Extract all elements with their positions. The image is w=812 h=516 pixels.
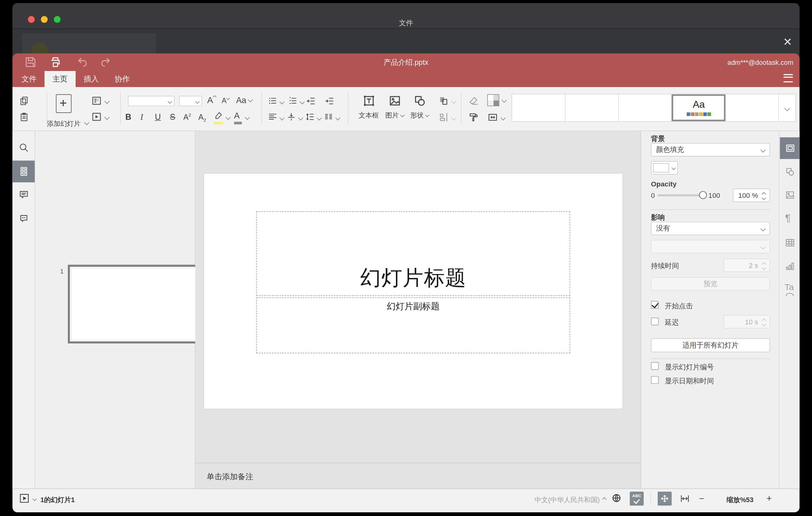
opacity-spinner[interactable]: 100 % — [733, 189, 770, 202]
copy-style-button[interactable] — [468, 112, 479, 123]
close-icon[interactable]: ✕ — [780, 34, 795, 50]
theme-option-1[interactable] — [512, 94, 566, 121]
highlight-color-button[interactable] — [213, 111, 223, 121]
slide-surface[interactable]: 幻灯片标题 幻灯片副标题 — [204, 173, 622, 409]
apply-to-all-slides-button[interactable]: 适用于所有幻灯片 — [651, 338, 770, 352]
background-color-picker[interactable] — [651, 161, 678, 175]
delay-checkbox[interactable] — [651, 318, 659, 325]
increase-font-button[interactable]: A — [207, 95, 215, 106]
shape-settings-tab[interactable] — [785, 166, 795, 177]
theme-option-3[interactable] — [618, 94, 672, 121]
chat-button[interactable] — [19, 213, 29, 224]
notes-area[interactable]: 单击添加备注 — [195, 463, 641, 489]
document-language-button[interactable] — [611, 492, 622, 503]
numbered-list-button[interactable] — [288, 96, 298, 106]
insert-shape-button[interactable]: 形状 — [409, 94, 430, 120]
fit-width-button[interactable] — [679, 493, 690, 504]
spellcheck-button[interactable]: ABC — [630, 492, 643, 506]
slides-panel-button[interactable] — [12, 161, 34, 182]
horizontal-align-button[interactable] — [268, 112, 278, 122]
window-title: 文件 — [12, 19, 799, 28]
clear-style-button[interactable] — [468, 95, 479, 106]
slide-thumbnail-selected[interactable] — [68, 265, 207, 343]
tab-file[interactable]: 文件 — [13, 71, 45, 87]
insert-image-button[interactable]: 图片 — [384, 94, 405, 120]
tab-insert[interactable]: 插入 — [76, 71, 107, 87]
slideshow-options-chevron[interactable] — [32, 496, 37, 501]
shape-icon — [412, 94, 426, 108]
copy-button[interactable] — [19, 96, 29, 106]
theme-gallery-expand-button[interactable] — [779, 94, 796, 121]
decrease-indent-button[interactable] — [306, 96, 316, 107]
slide-thumbnail-number: 1 — [60, 268, 64, 275]
zoom-out-button[interactable]: − — [699, 494, 704, 504]
shape-fill-button[interactable] — [488, 94, 499, 106]
columns-icon — [324, 112, 334, 122]
text-box-button[interactable]: 文本框 — [358, 94, 379, 120]
subscript-label: A — [198, 112, 204, 121]
numbered-list-icon — [288, 96, 298, 106]
home-toolbar: 添加幻灯片 A — [12, 87, 799, 131]
textart-settings-tab[interactable]: Ta — [785, 282, 795, 297]
columns-button[interactable] — [324, 112, 334, 122]
bold-button[interactable]: B — [125, 112, 131, 122]
decrease-font-button[interactable]: A — [222, 96, 229, 105]
subscript-button[interactable]: A2 — [198, 112, 206, 123]
start-slideshow-status-button[interactable] — [19, 492, 30, 504]
line-spacing-button[interactable] — [305, 112, 315, 122]
theme-option-2[interactable] — [566, 94, 619, 121]
content-area: 1 幻灯片标题 幻灯片副标题 单击添加备注 背景 — [12, 131, 799, 489]
image-icon — [387, 94, 401, 108]
menu-hamburger-icon[interactable] — [784, 74, 793, 82]
language-selector[interactable]: 中文(中华人民共和国) — [530, 495, 600, 505]
table-settings-tab[interactable] — [785, 237, 795, 248]
opacity-slider-track[interactable] — [658, 194, 701, 196]
start-slideshow-button[interactable] — [91, 111, 102, 122]
opacity-slider-thumb[interactable] — [699, 191, 707, 199]
theme-option-5[interactable] — [726, 94, 779, 121]
add-slide-icon — [56, 94, 71, 113]
show-slide-number-checkbox[interactable] — [651, 362, 659, 370]
slide-layout-button[interactable] — [91, 95, 102, 106]
slide-subtitle-placeholder[interactable]: 幻灯片副标题 — [256, 297, 570, 353]
superscript-label: A — [183, 112, 188, 121]
arrange-button[interactable] — [438, 95, 449, 106]
slide-settings-tab[interactable] — [780, 137, 800, 159]
italic-button[interactable]: I — [140, 112, 143, 122]
background-fill-value: 颜色填充 — [656, 146, 684, 153]
duration-spinner: 2 s — [723, 259, 770, 272]
tab-collaboration[interactable]: 协作 — [107, 71, 138, 87]
font-name-combo[interactable] — [128, 96, 175, 107]
decrease-font-label: A — [222, 96, 227, 105]
superscript-button[interactable]: A2 — [183, 112, 191, 121]
background-fill-select[interactable]: 颜色填充 — [651, 143, 770, 156]
strikethrough-button[interactable]: S — [170, 112, 176, 122]
notes-placeholder: 单击添加备注 — [207, 472, 253, 482]
font-size-combo[interactable] — [179, 96, 202, 107]
add-slide-button[interactable]: 添加幻灯片 — [52, 93, 76, 125]
slide-title-placeholder[interactable]: 幻灯片标题 — [256, 211, 570, 296]
chart-settings-tab[interactable] — [785, 260, 795, 271]
bullet-list-button[interactable] — [268, 96, 278, 106]
fit-slide-button[interactable] — [658, 492, 672, 506]
underline-button[interactable]: U — [155, 112, 161, 122]
zoom-in-button[interactable]: + — [766, 493, 772, 504]
increase-indent-button[interactable] — [324, 96, 335, 107]
search-button[interactable] — [19, 143, 29, 153]
comments-button[interactable] — [19, 190, 29, 200]
show-date-time-checkbox[interactable] — [651, 376, 659, 384]
change-case-button[interactable]: Aa — [236, 96, 252, 105]
theme-option-4-selected[interactable]: Aa — [672, 94, 726, 121]
vertical-align-button[interactable] — [286, 112, 296, 122]
shape-align-button[interactable] — [438, 112, 449, 123]
slide-size-button[interactable] — [488, 112, 498, 123]
app-window: 文件 ✕ 产品介绍. — [12, 3, 799, 512]
image-settings-tab[interactable] — [785, 190, 795, 200]
font-color-button[interactable]: A — [234, 111, 240, 121]
paste-button[interactable] — [19, 112, 29, 122]
theme-sample-text: Aa — [673, 99, 724, 111]
paragraph-settings-tab[interactable]: ¶ — [785, 212, 791, 224]
start-on-click-checkbox[interactable] — [651, 301, 659, 309]
effect-select[interactable]: 没有 — [651, 222, 770, 235]
tab-home[interactable]: 主页 — [45, 71, 76, 87]
